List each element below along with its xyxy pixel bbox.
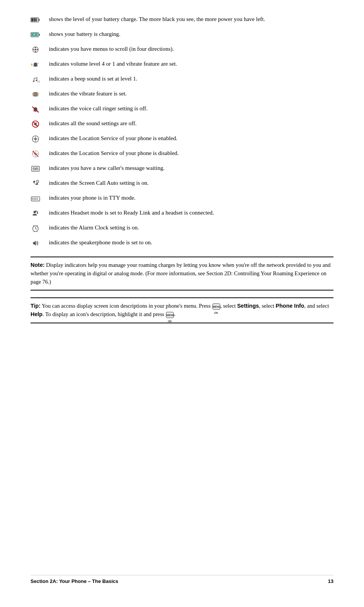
svg-point-16: [33, 81, 35, 82]
icon-cell: [31, 194, 47, 205]
icon-cell: [31, 45, 47, 56]
alarm-icon: [31, 224, 40, 235]
location-off-text: indicates the Location Service of your p…: [49, 149, 333, 158]
volume-vibrate-text: indicates volume level 4 or 1 and vibrat…: [49, 60, 333, 68]
location-on-icon: [31, 135, 40, 145]
icon-cell: 0: [31, 179, 47, 190]
icon-cell: x1: [31, 75, 47, 86]
list-item: indicates the vibrate feature is set.: [31, 90, 333, 101]
svg-point-39: [36, 168, 37, 170]
note-box: Note: Display indicators help you manage…: [31, 257, 333, 291]
screen-call-icon: 0: [31, 179, 40, 190]
icon-cell: [31, 224, 47, 235]
icon-cell: [31, 90, 47, 101]
svg-rect-1: [39, 19, 40, 21]
icon-cell: [31, 120, 47, 131]
list-item: indicates your phone is in TTY mode.: [31, 194, 333, 205]
icon-cell: 4: [31, 60, 47, 71]
footer-page-number: 13: [328, 578, 333, 584]
scroll-arrows-text: indicates you have menus to scroll (in f…: [49, 45, 333, 53]
svg-rect-47: [32, 199, 33, 200]
svg-point-37: [34, 168, 35, 170]
list-item: indicates Headset mode is set to Ready L…: [31, 209, 333, 220]
svg-point-14: [35, 49, 37, 51]
tip-text-after: , select: [221, 303, 237, 309]
tip-text-4: . To display an icon's description, high…: [42, 311, 166, 317]
svg-rect-52: [37, 212, 38, 214]
menu-button-icon-1: MENU OK: [213, 304, 220, 310]
scroll-arrows-icon: [31, 45, 40, 56]
location-on-text: indicates the Location Service of your p…: [49, 134, 333, 143]
icon-cell: [31, 209, 47, 220]
tty-text: indicates your phone is in TTY mode.: [49, 194, 333, 202]
footer-section-label: Section 2A: Your Phone – The Basics: [31, 578, 118, 584]
svg-text:4: 4: [37, 62, 39, 65]
svg-rect-7: [39, 34, 40, 36]
icon-cell: [31, 150, 47, 160]
list-item: indicates you have a new caller's messag…: [31, 164, 333, 175]
tip-box: Tip: You can access display screen icon …: [31, 297, 333, 323]
icon-list: shows the level of your battery charge. …: [31, 15, 333, 250]
svg-rect-46: [37, 198, 38, 199]
tip-text-before: You can access display screen icon descr…: [40, 303, 212, 309]
tip-text-2: , select: [259, 303, 276, 309]
tip-text-5: .: [174, 311, 176, 317]
list-item: 4 indicates volume level 4 or 1 and vibr…: [31, 60, 333, 71]
tip-text-3: , and select: [304, 303, 329, 309]
icon-cell: [31, 135, 47, 145]
svg-rect-49: [35, 199, 36, 200]
speakerphone-text: indicates the speakerphone mode is set t…: [49, 239, 333, 247]
page: shows the level of your battery charge. …: [0, 0, 364, 607]
screen-call-text: indicates the Screen Call Auto setting i…: [49, 179, 333, 187]
svg-rect-3: [34, 18, 35, 21]
list-item: indicates the speakerphone mode is set t…: [31, 239, 333, 250]
headset-text: indicates Headset mode is set to Ready L…: [49, 209, 333, 217]
svg-rect-48: [34, 199, 35, 200]
caller-message-icon: [31, 165, 40, 175]
list-item: indicates the Location Service of your p…: [31, 149, 333, 160]
svg-rect-2: [31, 18, 33, 21]
svg-text:0: 0: [37, 180, 38, 182]
battery-level-icon: [31, 16, 40, 26]
tip-phone-info-label: Phone Info: [276, 303, 304, 309]
beep-x1-icon: x1: [31, 75, 40, 86]
ringer-off-icon: [31, 105, 40, 116]
content: shows the level of your battery charge. …: [31, 15, 333, 575]
list-item: indicates all the sound settings are off…: [31, 119, 333, 131]
list-item: indicates the Alarm Clock setting is on.: [31, 224, 333, 235]
svg-rect-5: [37, 18, 38, 21]
svg-rect-44: [34, 198, 35, 199]
list-item: shows your battery is charging.: [31, 30, 333, 41]
ringer-off-text: indicates the voice call ringer setting …: [49, 105, 333, 113]
list-item: x1 indicates a beep sound is set at leve…: [31, 75, 333, 86]
battery-charging-text: shows your battery is charging.: [49, 30, 333, 39]
svg-line-55: [35, 229, 37, 229]
tip-settings-label: Settings: [237, 303, 259, 309]
svg-rect-42: [31, 197, 40, 201]
headset-icon: [31, 209, 40, 220]
volume-vibrate-icon: 4: [31, 60, 40, 71]
svg-rect-45: [35, 198, 36, 199]
battery-level-text: shows the level of your battery charge. …: [49, 15, 333, 24]
svg-rect-50: [37, 199, 38, 200]
tip-help-label: Help: [31, 311, 42, 317]
page-footer: Section 2A: Your Phone – The Basics 13: [31, 575, 333, 584]
location-off-icon: [31, 150, 40, 160]
icon-cell: [31, 105, 47, 116]
list-item: indicates the voice call ringer setting …: [31, 105, 333, 116]
list-item: shows the level of your battery charge. …: [31, 15, 333, 26]
list-item: indicates you have menus to scroll (in f…: [31, 45, 333, 56]
icon-cell: [31, 165, 47, 175]
tip-label: Tip:: [31, 303, 40, 309]
svg-rect-4: [35, 18, 37, 21]
vibrate-text: indicates the vibrate feature is set.: [49, 90, 333, 98]
sound-off-text: indicates all the sound settings are off…: [49, 119, 333, 128]
note-text: Display indicators help you manage your …: [31, 262, 330, 285]
tty-icon: [31, 194, 40, 205]
svg-rect-43: [32, 198, 33, 199]
speakerphone-icon: [31, 239, 40, 250]
menu-button-icon-2: MENU OK: [166, 312, 174, 318]
beep-x1-text: indicates a beep sound is set at level 1…: [49, 75, 333, 83]
icon-cell: [31, 239, 47, 250]
sound-off-icon: [31, 120, 40, 131]
